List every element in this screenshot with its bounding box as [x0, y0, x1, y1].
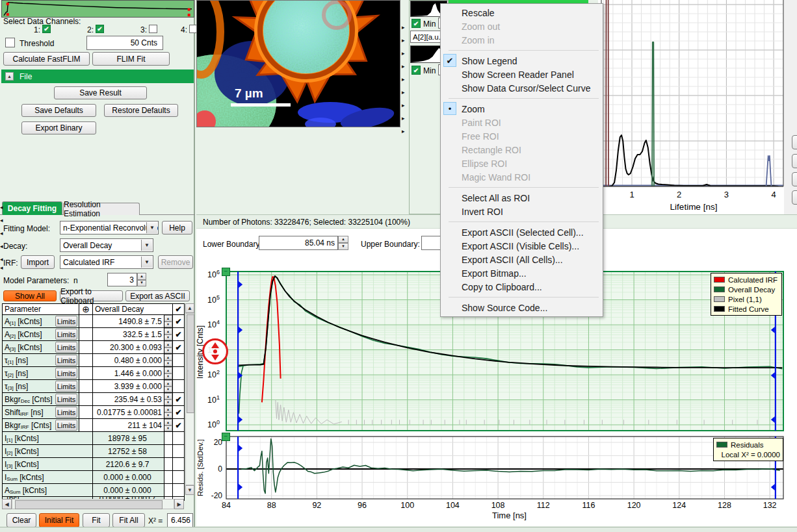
value-spinner[interactable]: ▲▼: [164, 328, 172, 340]
table-scroll-right[interactable]: ▶: [174, 499, 184, 509]
table-row[interactable]: BkgrDec [Cnts]Limits235.94 ± 0.53▲▼✔: [3, 392, 184, 405]
value-spinner[interactable]: ▲▼: [164, 380, 172, 392]
menu-item-show-data-cursor-select-curve[interactable]: Show Data Cursor/Select Curve: [441, 81, 603, 95]
export-to-clipboard-button[interactable]: Export to Clipboard: [60, 290, 123, 301]
collapse-arrow-icon[interactable]: ◂: [0, 257, 3, 262]
flim-fit-button[interactable]: FLIM Fit: [92, 52, 170, 66]
table-row[interactable]: A[2] [kCnts]Limits332.5 ± 1.5▲▼✔: [3, 327, 184, 340]
value-spinner[interactable]: ▲▼: [164, 406, 172, 418]
lifetime-histogram-plot[interactable]: 1234Lifetime [ns]: [598, 0, 784, 214]
collapse-arrow-icon[interactable]: ▸: [402, 103, 405, 108]
menu-item-export-bitmap[interactable]: Export Bitmap...: [441, 266, 603, 280]
table-row[interactable]: τ[2] [ns]Limits1.446 ± 0.000▲▼: [3, 366, 184, 379]
residuals-plot-handle[interactable]: −: [222, 433, 230, 441]
param-value[interactable]: 211 ± 104: [93, 419, 164, 431]
n-spinner[interactable]: ▲▼: [137, 273, 146, 286]
value-spinner[interactable]: ▲▼: [164, 341, 172, 353]
value-spinner[interactable]: ▲▼: [164, 354, 172, 366]
menu-item-show-screen-reader-panel[interactable]: Show Screen Reader Panel: [441, 68, 603, 81]
calculate-fastflim-button[interactable]: Calculate FastFLIM: [3, 52, 90, 66]
limits-button[interactable]: Limits: [55, 355, 77, 366]
threshold-value-field[interactable]: 50 Cnts: [86, 36, 163, 50]
collapse-arrow-icon[interactable]: ▸: [402, 116, 405, 121]
limits-button[interactable]: Limits: [55, 381, 77, 392]
collapse-arrow-icon[interactable]: ▸: [402, 64, 405, 70]
value-spinner[interactable]: ▲▼: [164, 315, 172, 327]
fit-checkbox[interactable]: ✔: [173, 419, 184, 431]
table-hscroll-track[interactable]: [12, 499, 174, 509]
channel-2-checkbox[interactable]: ✔: [96, 25, 104, 33]
side-button-3[interactable]: [792, 172, 797, 186]
fit-checkbox[interactable]: [173, 471, 184, 483]
chevron-down-icon[interactable]: ▼: [146, 222, 157, 233]
collapse-arrow-icon[interactable]: ▸: [402, 129, 405, 134]
fit-checkbox[interactable]: [173, 445, 184, 457]
table-row[interactable]: I[1] [kCnts]18978 ± 95: [3, 431, 184, 444]
restore-defaults-button[interactable]: Restore Defaults: [104, 104, 178, 117]
collapse-arrow-icon[interactable]: ▸: [402, 38, 405, 44]
limits-button[interactable]: Limits: [55, 420, 77, 431]
table-row[interactable]: ShiftIRF [ns]Limits0.01775 ± 0.00081▲▼✔: [3, 405, 184, 418]
help-button[interactable]: Help: [162, 221, 192, 234]
limits-button[interactable]: Limits: [55, 329, 77, 340]
table-row[interactable]: τ[3] [ns]Limits3.939 ± 0.000▲▼: [3, 379, 184, 392]
param-value[interactable]: 20.300 ± 0.093: [93, 341, 164, 353]
limits-button[interactable]: Limits: [55, 342, 77, 353]
globe-cell[interactable]: [79, 393, 93, 405]
decay-dropdown[interactable]: Overall Decay ▼: [60, 238, 153, 252]
value-spinner[interactable]: ▲▼: [164, 367, 172, 379]
irf-dropdown[interactable]: Calculated IRF ▼: [60, 255, 153, 269]
channel2-min-checkbox[interactable]: ✔: [412, 66, 421, 75]
globe-cell[interactable]: [79, 419, 93, 431]
menu-item-select-all-as-roi[interactable]: Select All as ROI: [441, 191, 603, 205]
globe-cell[interactable]: [79, 354, 93, 366]
chevron-down-icon[interactable]: ▼: [141, 240, 152, 251]
table-row[interactable]: BkgrIRF [Cnts]Limits211 ± 104▲▼✔: [3, 418, 184, 431]
show-all-button[interactable]: Show All: [3, 290, 57, 301]
table-row[interactable]: A[1] [kCnts]Limits1490.8 ± 7.5▲▼✔: [3, 314, 184, 327]
table-row[interactable]: ASum [kCnts]0.000 ± 0.000: [3, 483, 184, 496]
collapse-file-icon[interactable]: ▲: [5, 72, 14, 81]
globe-cell[interactable]: [79, 328, 93, 340]
threshold-checkbox[interactable]: [5, 38, 15, 47]
save-result-button[interactable]: Save Result: [54, 86, 147, 99]
fit-button[interactable]: Fit: [83, 513, 110, 527]
collapse-arrow-icon[interactable]: ▸: [402, 25, 405, 31]
collapse-arrow-icon[interactable]: ◂: [0, 265, 3, 271]
limits-button[interactable]: Limits: [55, 316, 77, 327]
globe-cell[interactable]: [79, 315, 93, 327]
collapse-arrow-icon[interactable]: ▸: [402, 51, 405, 57]
side-button-4[interactable]: [792, 190, 797, 205]
globe-cell[interactable]: [79, 367, 93, 379]
fit-checkbox[interactable]: [173, 367, 184, 379]
fit-checkbox[interactable]: [173, 354, 184, 366]
limits-button[interactable]: Limits: [55, 407, 77, 418]
globe-cell[interactable]: [79, 406, 93, 418]
table-scroll-left[interactable]: ◀: [2, 499, 12, 509]
save-defaults-button[interactable]: Save Defaults: [21, 104, 96, 117]
collapse-arrow-icon[interactable]: ◂: [0, 244, 3, 249]
table-scrollbar-track[interactable]: [185, 313, 194, 485]
table-row[interactable]: ISum [kCnts]0.000 ± 0.000: [3, 470, 184, 483]
param-value[interactable]: 3.939 ± 0.000: [93, 380, 164, 392]
decay-plot-handle[interactable]: −: [222, 268, 230, 276]
table-scroll-down[interactable]: ▼: [185, 485, 194, 495]
table-row[interactable]: τ[1] [ns]Limits0.480 ± 0.000▲▼: [3, 353, 184, 366]
menu-item-export-ascii-selected-cell[interactable]: Export ASCII (Selected Cell)...: [441, 225, 603, 239]
table-scrollbar-thumb[interactable]: [187, 314, 194, 413]
flim-image-panel[interactable]: 7 µm: [196, 0, 400, 127]
param-value[interactable]: 1490.8 ± 7.5: [93, 315, 164, 327]
fit-checkbox[interactable]: ✔: [173, 406, 184, 418]
table-row[interactable]: I[3] [kCnts]2120.6 ± 9.7: [3, 457, 184, 470]
tab-decay-fitting[interactable]: Decay Fitting: [2, 201, 62, 215]
fit-checkbox[interactable]: [173, 484, 184, 496]
fitting-model-dropdown[interactable]: n-Exponential Reconvolution ▼: [60, 221, 159, 234]
param-value[interactable]: 332.5 ± 1.5: [93, 328, 164, 340]
fit-checkbox[interactable]: ✔: [173, 315, 184, 327]
fit-checkbox[interactable]: ✔: [173, 328, 184, 340]
limits-button[interactable]: Limits: [55, 368, 77, 379]
tab-resolution-estimation[interactable]: Resolution Estimation: [63, 203, 140, 215]
channel1-min-checkbox[interactable]: ✔: [412, 19, 421, 28]
fit-all-button[interactable]: Fit All: [112, 513, 145, 527]
menu-item-zoom[interactable]: •Zoom: [441, 102, 603, 116]
